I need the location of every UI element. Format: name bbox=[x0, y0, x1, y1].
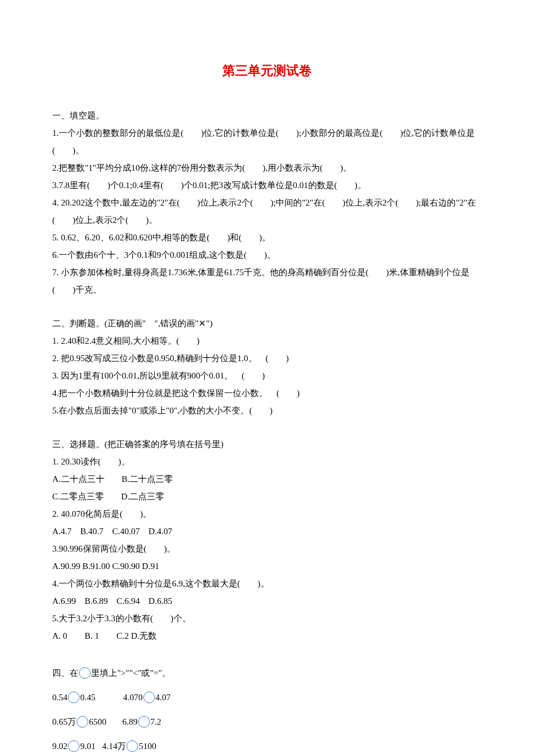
section-4: 四、在里填上">""<"或"="。 0.540.45 4.0704.07 0.6… bbox=[52, 661, 482, 756]
circle-icon bbox=[127, 740, 138, 752]
s4-r2c: 6.89 bbox=[122, 717, 138, 726]
section-2: 二、判断题。(正确的画" ",错误的画"✕") 1. 2.40和2.4意义相同,… bbox=[52, 315, 482, 419]
s4-r3a: 9.02 bbox=[52, 741, 67, 751]
s4-head-a: 四、在 bbox=[52, 668, 78, 678]
circle-icon bbox=[77, 716, 88, 728]
s2-q5: 5.在小数点后面去掉"0"或添上"0",小数的大小不变。( ) bbox=[52, 402, 482, 419]
s1-q7: 7. 小东参加体检时,量得身高是1.736米,体重是61.75千克。他的身高精确… bbox=[52, 264, 482, 298]
circle-icon bbox=[79, 667, 91, 679]
s3-q1-opts-b: C.二零点三零 D.二点三零 bbox=[52, 488, 482, 505]
s4-r3b: 9.01 bbox=[80, 741, 95, 751]
s3-q4: 4.一个两位小数精确到十分位是6.9,这个数最大是( )。 bbox=[52, 575, 482, 592]
s3-q1-opts-a: A.二十点三十 B.二十点三零 bbox=[52, 470, 482, 488]
s1-head: 一、填空题。 bbox=[52, 107, 482, 124]
s3-q1: 1. 20.30读作( )。 bbox=[52, 453, 482, 470]
s3-q3: 3.90.996保留两位小数是( )。 bbox=[52, 540, 482, 557]
s4-r1b: 0.45 bbox=[80, 693, 95, 702]
s4-r3d: 5100 bbox=[139, 741, 156, 751]
s2-q3: 3. 因为1里有100个0.01,所以9里就有900个0.01。 ( ) bbox=[52, 367, 482, 384]
s2-q1: 1. 2.40和2.4意义相同,大小相等。( ) bbox=[52, 332, 482, 350]
s4-head-b: 里填上">""<"或"="。 bbox=[91, 668, 171, 678]
s1-q5: 5. 0.62、6.20、6.02和0.620中,相等的数是( )和( )。 bbox=[52, 229, 482, 246]
s4-r1a: 0.54 bbox=[52, 693, 67, 702]
s2-q4: 4.把一个小数精确到十分位就是把这个数保留一位小数。 ( ) bbox=[52, 384, 482, 402]
s3-q5-opts: A. 0 B. 1 C.2 D.无数 bbox=[52, 627, 482, 645]
s4-r1d: 4.07 bbox=[156, 693, 171, 702]
s4-row2: 0.65万6500 6.897.2 bbox=[52, 710, 482, 734]
circle-icon bbox=[68, 740, 80, 752]
section-1: 一、填空题。 1.一个小数的整数部分的最低位是( )位,它的计数单位是( );小… bbox=[52, 107, 482, 298]
s4-row3: 9.029.01 4.14万5100 bbox=[52, 734, 482, 756]
s3-q4-opts: A.6.99 B.6.89 C.6.94 D.6.85 bbox=[52, 592, 482, 610]
s3-q2-opts: A.4.7 B.40.7 C.40.07 D.4.07 bbox=[52, 523, 482, 540]
s3-q5: 5.大于3.2小于3.3的小数有( )个。 bbox=[52, 610, 482, 627]
section-3: 三、选择题。(把正确答案的序号填在括号里) 1. 20.30读作( )。 A.二… bbox=[52, 435, 482, 645]
s4-head: 四、在里填上">""<"或"="。 bbox=[52, 661, 482, 685]
s3-q3-opts: A.90.99 B.91.00 C.90.90 D.91 bbox=[52, 557, 482, 575]
s2-head: 二、判断题。(正确的画" ",错误的画"✕") bbox=[52, 315, 482, 332]
s4-r3c: 4.14万 bbox=[102, 741, 126, 751]
circle-icon bbox=[138, 716, 150, 728]
s1-q6: 6.一个数由6个十、3个0.1和9个0.001组成,这个数是( )。 bbox=[52, 246, 482, 264]
s4-r2a: 0.65万 bbox=[52, 717, 76, 726]
page-title: 第三单元测试卷 bbox=[52, 58, 482, 84]
s1-q2: 2.把整数"1"平均分成10份,这样的7份用分数表示为( ),用小数表示为( )… bbox=[52, 159, 482, 177]
s4-r1c: 4.070 bbox=[123, 693, 143, 702]
circle-icon bbox=[68, 692, 80, 703]
s4-row1: 0.540.45 4.0704.07 bbox=[52, 685, 482, 710]
s3-q2: 2. 40.070化简后是( )。 bbox=[52, 505, 482, 523]
s3-head: 三、选择题。(把正确答案的序号填在括号里) bbox=[52, 435, 482, 453]
s1-q3: 3.7.8里有( )个0.1;0.4里有( )个0.01;把3改写成计数单位是0… bbox=[52, 177, 482, 194]
s4-r2d: 7.2 bbox=[150, 717, 161, 726]
s1-q1: 1.一个小数的整数部分的最低位是( )位,它的计数单位是( );小数部分的最高位… bbox=[52, 124, 482, 159]
circle-icon bbox=[143, 692, 155, 703]
s2-q2: 2. 把0.95改写成三位小数是0.950,精确到十分位是1.0。 ( ) bbox=[52, 350, 482, 367]
s1-q4: 4. 20.202这个数中,最左边的"2"在( )位上,表示2个( );中间的"… bbox=[52, 194, 482, 229]
s4-r2b: 6500 bbox=[89, 717, 106, 726]
